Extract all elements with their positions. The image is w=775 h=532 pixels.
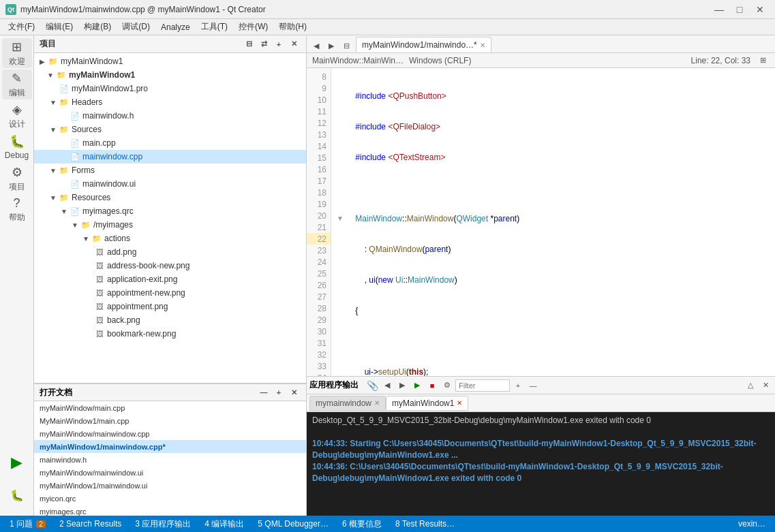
tab-close-btn[interactable]: ✕ [480, 42, 485, 49]
tree-item-forms[interactable]: ▼ 📁 Forms [34, 163, 306, 177]
tree-toggle[interactable]: ▼ [48, 165, 59, 176]
docs-close-btn[interactable]: ✕ [287, 386, 301, 399]
sidebar-design-btn[interactable]: ◈ 设计 [2, 101, 32, 131]
menu-file[interactable]: 文件(F) [3, 20, 40, 34]
nav-back-btn[interactable]: ◀ [309, 39, 323, 52]
output-settings-btn[interactable]: ⚙ [440, 379, 454, 392]
close-button[interactable]: ✕ [750, 0, 770, 19]
png-file-icon: 🖼 [94, 274, 105, 285]
menu-edit[interactable]: 编辑(E) [40, 20, 78, 34]
tree-item-mainwindow-cpp[interactable]: 📄 mainwindow.cpp [34, 150, 306, 163]
open-doc-mainwindow-ui-mymain1[interactable]: myMainWindow1/mainwindow.ui [34, 479, 306, 492]
sidebar-edit-btn[interactable]: ✎ 编辑 [2, 69, 32, 99]
open-doc-mainwindow-mymain1[interactable]: myMainWindow1/mainwindow.cpp* [34, 440, 306, 453]
open-doc-main-mymain[interactable]: myMainWindow/main.cpp [34, 401, 306, 414]
panel-sync-btn[interactable]: ⇄ [257, 37, 271, 51]
status-qml[interactable]: 5 QML Debugger… [254, 519, 333, 529]
output-tab-mymainwindow[interactable]: mymainwindow ✕ [309, 396, 386, 411]
tree-item-resources[interactable]: ▼ 📁 Resources [34, 191, 306, 204]
tree-toggle[interactable]: ▼ [70, 219, 80, 230]
tree-item-appexit-png[interactable]: 🖼 application-exit.png [34, 272, 306, 286]
status-appoutput[interactable]: 3 应用程序输出 [131, 518, 195, 530]
menu-help[interactable]: 帮助(H) [273, 20, 312, 34]
tree-item-address-png[interactable]: 🖼 address-book-new.png [34, 259, 306, 272]
tree-item-booknew-png[interactable]: 🖼 bookmark-new.png [34, 327, 306, 341]
debug-run-button[interactable]: 🐛 [2, 480, 32, 510]
tree-item-add-png[interactable]: 🖼 add.png [34, 245, 306, 259]
panel-header-actions: ⊟ ⇄ + ✕ [242, 37, 301, 51]
open-doc-mainwindow-h[interactable]: mainwindow.h [34, 453, 306, 466]
run-button[interactable]: ▶ [2, 448, 32, 478]
output-tab-close[interactable]: ✕ [374, 399, 380, 407]
sidebar-debug-btn[interactable]: 🐛 Debug [2, 132, 32, 162]
output-tab-mymainwindow1[interactable]: myMainWindow1 ✕ [386, 396, 468, 411]
tree-item-app-png[interactable]: 🖼 appointment.png [34, 300, 306, 313]
status-search[interactable]: 2 Search Results [55, 519, 125, 529]
tree-toggle[interactable]: ▼ [48, 192, 59, 203]
tree-toggle[interactable]: ▼ [45, 69, 56, 80]
tree-toggle[interactable]: ▼ [80, 233, 91, 244]
tree-item-appnew-png[interactable]: 🖼 appointment-new.png [34, 286, 306, 300]
code-line-17: ui->setupUi(this); [337, 366, 770, 376]
open-doc-myicon-qrc[interactable]: myicon.qrc [34, 492, 306, 505]
split-editor-btn[interactable]: ⊞ [756, 54, 770, 67]
status-summary[interactable]: 6 概要信息 [338, 518, 386, 530]
status-vexin[interactable]: vexin… [734, 519, 770, 529]
open-doc-main-mymain1[interactable]: MyMainWindow1/main.cpp [34, 414, 306, 427]
status-testresults[interactable]: 8 Test Results… [391, 519, 459, 529]
sidebar-help-btn[interactable]: ? 帮助 [2, 195, 32, 225]
menu-debug[interactable]: 调试(D) [117, 20, 155, 34]
open-doc-myimages-qrc[interactable]: myimages.qrc [34, 505, 306, 516]
code-content[interactable]: #include <QPushButton> #include <QFileDi… [331, 68, 775, 376]
tree-item-myimages[interactable]: ▼ 📁 /myimages [34, 218, 306, 232]
open-doc-mainwindow-ui-mymain[interactable]: myMainWindow/mainwindow.ui [34, 466, 306, 479]
open-doc-mainwindow-mymain[interactable]: myMainWindow/mainwindow.cpp [34, 427, 306, 440]
output-tab-close[interactable]: ✕ [457, 399, 462, 407]
tree-toggle[interactable]: ▶ [37, 56, 48, 67]
tree-item-sources[interactable]: ▼ 📁 Sources [34, 123, 306, 136]
output-zoomout-btn[interactable]: — [526, 379, 540, 392]
status-problems[interactable]: 1 问题 2 [5, 518, 50, 530]
tree-item-mainwindow-h[interactable]: 📄 mainwindow.h [34, 109, 306, 123]
panel-add-btn[interactable]: + [272, 37, 286, 51]
status-compileoutput[interactable]: 4 编译输出 [200, 518, 248, 530]
sidebar-welcome-btn[interactable]: ⊞ 欢迎 [2, 38, 32, 68]
output-zoomin-btn[interactable]: + [511, 379, 525, 392]
nav-split-btn[interactable]: ⊟ [339, 39, 353, 52]
tree-toggle[interactable]: ▼ [59, 206, 70, 217]
tree-item-actions[interactable]: ▼ 📁 actions [34, 232, 306, 245]
output-attach-btn[interactable]: 📎 [365, 379, 379, 392]
tree-item-main-cpp[interactable]: 📄 main.cpp [34, 136, 306, 150]
menu-controls[interactable]: 控件(W) [233, 20, 273, 34]
output-filter-input[interactable] [455, 379, 510, 392]
tree-item-pro[interactable]: 📄 myMainWindow1.pro [34, 82, 306, 95]
nav-forward-btn[interactable]: ▶ [324, 39, 338, 52]
docs-pin-btn[interactable]: + [272, 386, 286, 399]
minimize-button[interactable]: — [710, 0, 729, 19]
panel-close-btn[interactable]: ✕ [287, 37, 301, 51]
maximize-button[interactable]: □ [730, 0, 749, 19]
tree-item-myimages-qrc[interactable]: ▼ 📄 myimages.qrc [34, 204, 306, 218]
output-stop-btn[interactable]: ■ [425, 379, 439, 392]
tree-label: address-book-new.png [107, 261, 189, 270]
tree-item-mymainwindow[interactable]: ▶ 📁 myMainWindow1 [34, 54, 306, 68]
output-next-btn[interactable]: ▶ [395, 379, 409, 392]
menu-analyze[interactable]: Analyze [155, 21, 196, 33]
tree-item-mymainwindow1[interactable]: ▼ 📁 myMainWindow1 [34, 68, 306, 82]
tree-item-back-png[interactable]: 🖼 back.png [34, 313, 306, 327]
tree-item-headers[interactable]: ▼ 📁 Headers [34, 95, 306, 109]
output-close-btn[interactable]: ✕ [759, 379, 772, 392]
output-panel-title: 应用程序输出 [309, 379, 359, 391]
editor-tab-mainwindow[interactable]: myMainWindow1/mainwindo…* ✕ [356, 37, 491, 53]
menu-tools[interactable]: 工具(T) [196, 20, 233, 34]
tree-toggle[interactable]: ▼ [48, 97, 59, 108]
panel-filter-btn[interactable]: ⊟ [242, 37, 256, 51]
sidebar-project-btn[interactable]: ⚙ 项目 [2, 163, 32, 193]
output-prev-btn[interactable]: ◀ [380, 379, 394, 392]
docs-minimize-btn[interactable]: — [257, 386, 271, 399]
output-run-btn[interactable]: ▶ [410, 379, 424, 392]
tree-toggle[interactable]: ▼ [48, 124, 59, 135]
menu-build[interactable]: 构建(B) [78, 20, 117, 34]
output-maximize-btn[interactable]: △ [744, 379, 757, 392]
tree-item-mainwindow-ui[interactable]: 📄 mainwindow.ui [34, 177, 306, 191]
